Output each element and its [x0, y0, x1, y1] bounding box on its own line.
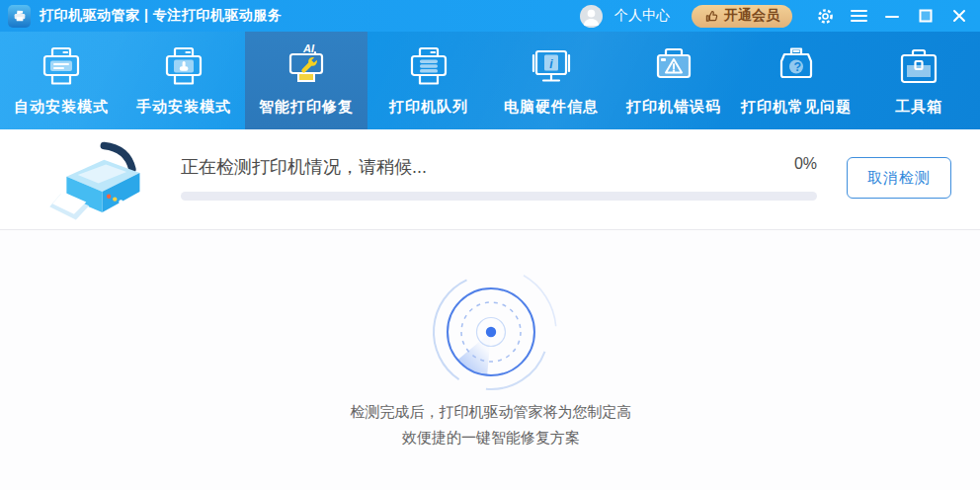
- printer-manual-install-icon: [160, 42, 207, 90]
- printer-auto-install-icon: [38, 42, 85, 90]
- main-navigation: 自动安装模式 手动安装模式 AI: [0, 32, 980, 129]
- thumb-up-icon: [704, 9, 719, 24]
- svg-text:AI: AI: [302, 42, 315, 54]
- nav-label: 打印机错误码: [626, 98, 721, 117]
- caption-line-1: 检测完成后，打印机驱动管家将为您制定高: [244, 399, 738, 425]
- detection-status-text: 正在检测打印机情况，请稍候...: [181, 155, 427, 179]
- printer-queue-icon: [405, 42, 452, 90]
- printer-ai-repair-icon: AI: [283, 42, 330, 90]
- open-vip-label: 开通会员: [724, 7, 779, 25]
- svg-text:?: ?: [793, 60, 801, 74]
- title-bar: 打印机驱动管家 | 专注打印机驱动服务 个人中心 开通会员: [0, 0, 980, 32]
- scanning-radar-icon: [392, 255, 590, 417]
- nav-label: 自动安装模式: [14, 98, 109, 117]
- settings-gear-icon[interactable]: [814, 5, 836, 27]
- detection-progress-bar: [181, 192, 817, 201]
- close-button[interactable]: [948, 5, 970, 27]
- printer-driver-manager-window: 打印机驱动管家 | 专注打印机驱动服务 个人中心 开通会员: [0, 0, 980, 490]
- nav-auto-install-mode[interactable]: 自动安装模式: [0, 32, 122, 129]
- toolbox-icon: [895, 42, 942, 90]
- nav-label: 电脑硬件信息: [504, 98, 599, 117]
- nav-printer-error-codes[interactable]: 打印机错误码: [612, 32, 735, 129]
- nav-manual-install-mode[interactable]: 手动安装模式: [122, 32, 245, 129]
- user-avatar[interactable]: [580, 5, 603, 28]
- main-content-area: 检测完成后，打印机驱动管家将为您制定高 效便捷的一键智能修复方案: [0, 231, 980, 490]
- nav-label: 智能打印修复: [259, 98, 354, 117]
- nav-ai-print-repair[interactable]: AI 智能打印修复: [245, 32, 368, 129]
- computer-hardware-icon: i: [528, 42, 575, 90]
- maximize-button[interactable]: [915, 5, 937, 27]
- printer-3d-illustration: [49, 135, 153, 233]
- app-title: 打印机驱动管家 | 专注打印机驱动服务: [40, 7, 282, 25]
- printer-error-icon: [650, 42, 697, 90]
- nav-toolbox[interactable]: 工具箱: [858, 32, 980, 129]
- nav-printer-faq[interactable]: ? 打印机常见问题: [735, 32, 858, 129]
- cancel-detection-button[interactable]: 取消检测: [847, 157, 951, 199]
- nav-computer-hardware-info[interactable]: i 电脑硬件信息: [490, 32, 612, 129]
- detection-status-panel: 正在检测打印机情况，请稍候... 0% 取消检测: [0, 129, 980, 230]
- nav-printer-queue[interactable]: 打印机队列: [368, 32, 490, 129]
- user-center-link[interactable]: 个人中心: [614, 7, 670, 25]
- detection-result-caption: 检测完成后，打印机驱动管家将为您制定高 效便捷的一键智能修复方案: [244, 399, 738, 450]
- caption-line-2: 效便捷的一键智能修复方案: [244, 425, 738, 450]
- nav-label: 工具箱: [895, 98, 942, 117]
- nav-label: 打印机常见问题: [741, 98, 852, 117]
- menu-icon[interactable]: [848, 5, 869, 27]
- nav-label: 手动安装模式: [136, 98, 231, 117]
- nav-label: 打印机队列: [389, 98, 468, 117]
- app-logo-icon: [8, 5, 31, 28]
- open-vip-button[interactable]: 开通会员: [692, 5, 792, 28]
- detection-progress-percent: 0%: [718, 155, 817, 173]
- titlebar-right-controls: 个人中心 开通会员: [580, 5, 970, 28]
- printer-question-icon: ?: [773, 42, 820, 90]
- minimize-button[interactable]: [881, 5, 903, 27]
